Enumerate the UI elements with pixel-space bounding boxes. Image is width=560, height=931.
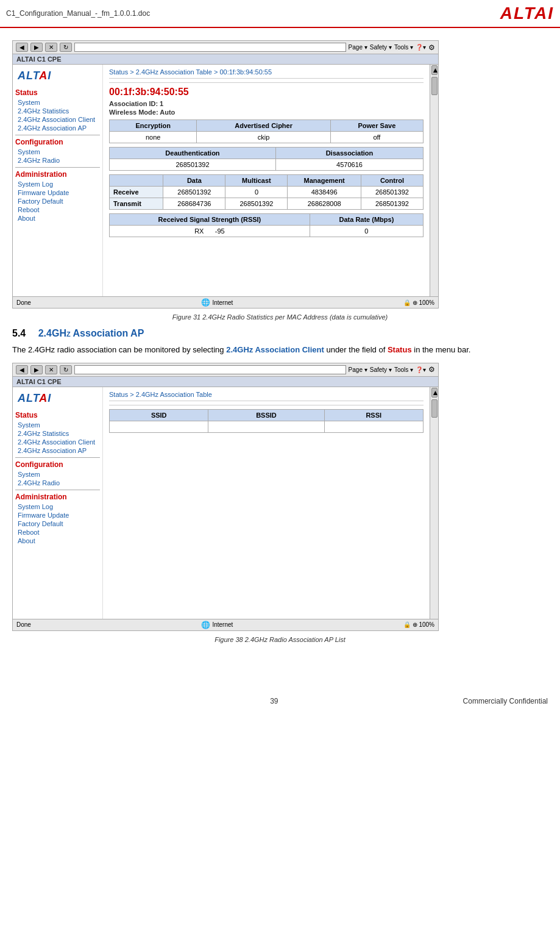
browser-menu-page[interactable]: Page ▾ (349, 44, 367, 51)
section54-heading: 5.4 2.4GHz Association AP (12, 328, 548, 339)
status-done-2: Done (16, 621, 31, 628)
sidebar-item-stats-1[interactable]: 2.4GHz Statistics (15, 107, 100, 115)
zoom-level-2: 🔒 ⊕ 100% (403, 621, 434, 628)
stats-receive-label: Receive (110, 187, 163, 198)
scrollbar-1[interactable]: ▲ (430, 65, 438, 296)
sidebar-item-config-system-1[interactable]: System (15, 148, 100, 156)
sidebar-item-config-radio-2[interactable]: 2.4GHz Radio (15, 479, 100, 487)
rssi-val-rx: RX -95 (110, 226, 310, 237)
scrollbar-thumb-2[interactable] (431, 399, 438, 418)
sidebar-item-config-radio-1[interactable]: 2.4GHz Radio (15, 156, 100, 165)
sidebar-item-reboot-1[interactable]: Reboot (15, 205, 100, 214)
browser-menu-page-2[interactable]: Page ▾ (349, 366, 367, 373)
sidebar-config-title-2: Configuration (15, 460, 100, 469)
sidebar-1: ALTAI Status System 2.4GHz Statistics 2.… (13, 65, 103, 296)
sidebar-item-about-2[interactable]: About (15, 537, 100, 545)
sidebar-status-title-1: Status (15, 88, 100, 97)
sidebar-item-assoc-client-2[interactable]: 2.4GHz Association Client (15, 438, 100, 446)
scrollbar-thumb-1[interactable] (431, 77, 438, 95)
stats-header-control: Control (361, 175, 423, 187)
enc-header-encryption: Encryption (110, 120, 197, 132)
browser-menu-tools[interactable]: Tools ▾ (394, 44, 413, 51)
address-bar-1[interactable] (74, 43, 346, 52)
section54-body: The 2.4GHz radio association can be moni… (12, 344, 548, 357)
app-layout-1: ALTAI Status System 2.4GHz Statistics 2.… (13, 65, 438, 296)
sidebar-item-about-1[interactable]: About (15, 214, 100, 223)
stats-receive-control: 268501392 (361, 187, 423, 198)
ap-row-rssi (324, 421, 423, 432)
browser-window-figure38: ◀ ▶ ✕ ↻ Page ▾ Safety ▾ Tools ▾ ❓▾ ⚙ ALT… (12, 363, 439, 631)
browser-toolbar-2: ◀ ▶ ✕ ↻ Page ▾ Safety ▾ Tools ▾ ❓▾ ⚙ (13, 363, 438, 377)
wireless-mode: Wireless Mode: Auto (109, 109, 424, 116)
breadcrumb-2: Status > 2.4GHz Association Table (109, 391, 424, 401)
sidebar-item-assoc-ap-2[interactable]: 2.4GHz Association AP (15, 446, 100, 455)
stats-transmit-control: 268501392 (361, 198, 423, 210)
footer-page-num: 39 (85, 697, 463, 705)
footer-confidential: Commercially Confidential (463, 697, 548, 705)
browser-statusbar-1: Done 🌐 Internet 🔒 ⊕ 100% (13, 296, 438, 308)
browser-menu-help[interactable]: ❓▾ (416, 44, 426, 51)
scrollbar-up-btn-2[interactable]: ▲ (431, 388, 438, 398)
enc-header-cipher: Advertised Cipher (197, 120, 330, 132)
sidebar-item-firmware-1[interactable]: Firmware Update (15, 188, 100, 197)
sidebar-item-firmware-2[interactable]: Firmware Update (15, 511, 100, 519)
sidebar-item-system-1[interactable]: System (15, 98, 100, 107)
scrollbar-2[interactable]: ▲ (430, 387, 438, 619)
ap-header-ssid: SSID (110, 409, 208, 421)
address-bar-2[interactable] (74, 365, 346, 374)
rssi-table: Received Signal Strength (RSSI) Data Rat… (109, 213, 424, 237)
browser-menu-help-2[interactable]: ❓▾ (416, 366, 426, 373)
deauth-header-deauth: Deauthentication (110, 148, 276, 159)
sidebar-item-syslog-1[interactable]: System Log (15, 180, 100, 188)
main-panel-2: Status > 2.4GHz Association Table SSID B… (103, 387, 430, 619)
browser-menu-tools-2[interactable]: Tools ▾ (394, 366, 413, 373)
sidebar-item-config-system-2[interactable]: System (15, 470, 100, 479)
sidebar-item-assoc-client-1[interactable]: 2.4GHz Association Client (15, 115, 100, 124)
altai-header-logo: ALTAI (500, 4, 554, 23)
doc-header: C1_Configuration_Manual_-_fm_1.0.0.1.doc… (0, 0, 560, 28)
stats-header-data: Data (163, 175, 225, 187)
back-button[interactable]: ◀ (16, 43, 28, 52)
scrollbar-up-btn[interactable]: ▲ (431, 65, 438, 75)
stats-table: Data Multicast Management Control Receiv… (109, 174, 424, 210)
forward-button-2[interactable]: ▶ (30, 365, 43, 374)
zoom-level-1: 🔒 ⊕ 100% (403, 299, 434, 306)
browser-settings-icon[interactable]: ⚙ (428, 43, 435, 52)
stop-button[interactable]: ✕ (45, 43, 57, 52)
sidebar-item-reboot-2[interactable]: Reboot (15, 528, 100, 537)
forward-button[interactable]: ▶ (30, 43, 43, 52)
stats-header-empty (110, 175, 163, 187)
browser-window-figure31: ◀ ▶ ✕ ↻ Page ▾ Safety ▾ Tools ▾ ❓▾ ⚙ ALT… (12, 40, 439, 309)
deauth-header-disassoc: Disassociation (275, 148, 423, 159)
sidebar-item-assoc-ap-1[interactable]: 2.4GHz Association AP (15, 124, 100, 132)
sidebar-item-factory-1[interactable]: Factory Default (15, 197, 100, 205)
sidebar-item-stats-2[interactable]: 2.4GHz Statistics (15, 429, 100, 438)
status-done-1: Done (16, 299, 31, 306)
stats-transmit-management: 268628008 (288, 198, 361, 210)
enc-val-encryption: none (110, 132, 197, 143)
browser-settings-icon-2[interactable]: ⚙ (428, 365, 435, 374)
browser-menu-safety[interactable]: Safety ▾ (370, 44, 392, 51)
stop-button-2[interactable]: ✕ (45, 365, 57, 374)
ap-list-table: SSID BSSID RSSI (109, 409, 424, 433)
browser-menu-safety-2[interactable]: Safety ▾ (370, 366, 392, 373)
sidebar-status-title-2: Status (15, 411, 100, 419)
sidebar-logo-2: ALTAI (15, 391, 100, 406)
stats-transmit-label: Transmit (110, 198, 163, 210)
refresh-button-2[interactable]: ↻ (60, 365, 72, 374)
stats-transmit-data: 268684736 (163, 198, 225, 210)
ap-row-ssid (110, 421, 208, 432)
globe-icon-1: 🌐 (201, 298, 210, 307)
internet-label-2: Internet (212, 621, 233, 628)
globe-icon-2: 🌐 (201, 621, 210, 629)
sidebar-item-factory-2[interactable]: Factory Default (15, 519, 100, 528)
back-button-2[interactable]: ◀ (16, 365, 28, 374)
deauth-table: Deauthentication Disassociation 26850139… (109, 147, 424, 171)
main-panel-1: Status > 2.4GHz Association Table > 00:1… (103, 65, 430, 296)
sidebar-item-syslog-2[interactable]: System Log (15, 502, 100, 511)
sidebar-2: ALTAI Status System 2.4GHz Statistics 2.… (13, 387, 103, 619)
sidebar-item-system-2[interactable]: System (15, 421, 100, 429)
refresh-button[interactable]: ↻ (60, 43, 72, 52)
rssi-header-rssi: Received Signal Strength (RSSI) (110, 214, 310, 226)
stats-receive-row: Receive 268501392 0 4838496 268501392 (110, 187, 424, 198)
